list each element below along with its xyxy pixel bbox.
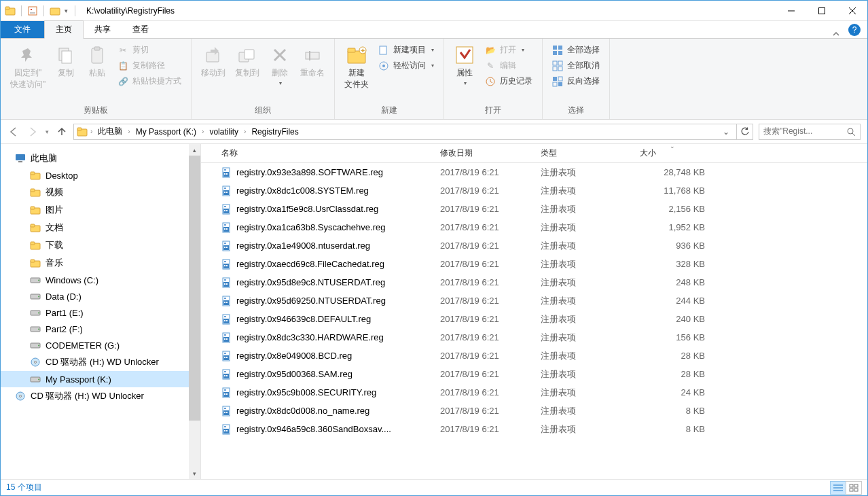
table-row[interactable]: registry.0x946a59c8.360SandBoxsav....201… — [201, 420, 867, 438]
column-date[interactable]: 修改日期 — [432, 144, 532, 162]
table-row[interactable]: registry.0x93e3a898.SOFTWARE.reg2017/8/1… — [201, 163, 867, 181]
chevron-right-icon[interactable]: › — [126, 128, 131, 135]
minimize-button[interactable] — [776, 1, 806, 20]
tree-item[interactable]: 图片 — [1, 201, 200, 219]
back-button[interactable] — [7, 126, 20, 138]
table-row[interactable]: registry.0x8e049008.BCD.reg2017/8/19 6:2… — [201, 347, 867, 365]
table-row[interactable]: registry.0x95d69250.NTUSERDAT.reg2017/8/… — [201, 291, 867, 310]
breadcrumb-2[interactable]: volatility — [206, 126, 241, 138]
table-row[interactable]: registry.0x946639c8.DEFAULT.reg2017/8/19… — [201, 310, 867, 328]
paste-button[interactable]: 粘贴 — [82, 41, 112, 82]
cut-button[interactable]: ✂剪切 — [113, 43, 185, 57]
paste-shortcut-button[interactable]: 🔗粘贴快捷方式 — [113, 74, 185, 88]
maximize-button[interactable] — [806, 1, 837, 20]
tree-item[interactable]: CD 驱动器 (H:) WD Unlocker — [1, 387, 200, 405]
paste-icon — [86, 44, 108, 66]
svg-rect-14 — [245, 50, 254, 59]
table-row[interactable]: registry.0xa1ca63b8.Syscachehve.reg2017/… — [201, 218, 867, 236]
pin-button[interactable]: 固定到" 快速访问" — [6, 41, 50, 93]
large-icons-view-button[interactable] — [846, 481, 862, 495]
tab-file[interactable]: 文件 — [1, 21, 44, 38]
easy-access-button[interactable]: 轻松访问▾ — [374, 58, 438, 73]
tab-home[interactable]: 主页 — [44, 20, 84, 39]
tree-item[interactable]: CD 驱动器 (H:) WD Unlocker — [1, 353, 200, 371]
move-to-button[interactable]: 移动到 — [197, 41, 230, 82]
tree-item[interactable]: 下载 — [1, 236, 200, 254]
forward-button[interactable] — [26, 126, 39, 138]
svg-rect-31 — [558, 51, 562, 55]
tree-item[interactable]: My Passport (K:) — [1, 371, 200, 387]
rename-button[interactable]: 重命名 — [296, 41, 329, 82]
column-type[interactable]: 类型 — [532, 144, 632, 162]
delete-button[interactable]: 删除▾ — [265, 41, 295, 89]
svg-rect-121 — [224, 334, 226, 336]
address-bar[interactable]: › 此电脑 › My Passport (K:) › volatility › … — [73, 124, 737, 140]
search-input[interactable]: 搜索"Regist... — [759, 124, 861, 140]
chevron-right-icon[interactable]: › — [242, 128, 247, 135]
tree-item[interactable]: Part2 (F:) — [1, 321, 200, 337]
qat-dropdown-icon[interactable]: ▾ — [63, 7, 69, 14]
chevron-right-icon[interactable]: › — [200, 128, 205, 135]
close-button[interactable] — [837, 1, 867, 20]
copy-button[interactable]: 复制 — [51, 41, 81, 82]
collapse-ribbon-icon[interactable] — [827, 30, 846, 38]
copy-path-button[interactable]: 📋复制路径 — [113, 58, 185, 73]
address-dropdown-icon[interactable]: ⌄ — [719, 127, 734, 137]
table-row[interactable]: registry.0xaecd69c8.FileCachedat.reg2017… — [201, 255, 867, 273]
scroll-down-icon[interactable]: ▾ — [189, 467, 200, 479]
svg-rect-132 — [224, 375, 225, 376]
tree-item[interactable]: CODEMETER (G:) — [1, 337, 200, 353]
table-row[interactable]: registry.0x8dc1c008.SYSTEM.reg2017/8/19 … — [201, 181, 867, 200]
up-button[interactable] — [56, 126, 68, 138]
tree-item[interactable]: 视频 — [1, 183, 200, 201]
cell-type: 注册表项 — [532, 166, 632, 179]
new-item-button[interactable]: 新建项目▾ — [374, 43, 438, 57]
reg-file-icon — [221, 204, 232, 215]
table-row[interactable]: registry.0x95d8e9c8.NTUSERDAT.reg2017/8/… — [201, 273, 867, 291]
select-none-button[interactable]: 全部取消 — [548, 58, 604, 73]
open-button[interactable]: 📂打开▾ — [481, 43, 537, 57]
invert-selection-button[interactable]: 反向选择 — [548, 74, 604, 88]
tree-item[interactable]: 此电脑 — [1, 149, 200, 167]
help-icon[interactable]: ? — [848, 24, 861, 36]
scroll-up-icon[interactable]: ▴ — [189, 144, 200, 156]
details-view-button[interactable] — [830, 481, 846, 495]
qat-properties-icon[interactable] — [27, 5, 38, 16]
tree-item[interactable]: Data (D:) — [1, 288, 200, 304]
vertical-scrollbar[interactable]: ▴▾ — [189, 144, 200, 479]
history-button[interactable]: 历史记录 — [481, 74, 537, 88]
recent-dropdown-icon[interactable]: ▾ — [46, 128, 49, 135]
breadcrumb-1[interactable]: My Passport (K:) — [133, 126, 199, 138]
qat-newfolder-icon[interactable] — [50, 5, 60, 16]
tree-item[interactable]: Part1 (E:) — [1, 304, 200, 321]
cell-name: registry.0x95d69250.NTUSERDAT.reg — [213, 296, 432, 306]
column-name[interactable]: 名称 — [213, 144, 432, 162]
edit-button[interactable]: ✎编辑 — [481, 58, 537, 73]
select-all-button[interactable]: 全部选择 — [548, 43, 604, 57]
breadcrumb-3[interactable]: RegistryFiles — [249, 126, 301, 138]
table-row[interactable]: registry.0xa1f5e9c8.UsrClassdat.reg2017/… — [201, 200, 867, 218]
column-size[interactable]: ⌄大小 — [632, 144, 713, 162]
group-label-organize: 组织 — [197, 103, 329, 119]
svg-rect-29 — [558, 46, 562, 50]
svg-rect-146 — [224, 426, 226, 427]
tab-share[interactable]: 共享 — [84, 21, 122, 38]
table-row[interactable]: registry.0x95d00368.SAM.reg2017/8/19 6:2… — [201, 365, 867, 383]
svg-rect-138 — [226, 393, 228, 395]
tab-view[interactable]: 查看 — [122, 21, 160, 38]
chevron-right-icon[interactable]: › — [89, 128, 94, 135]
table-row[interactable]: registry.0xa1e49008.ntuserdat.reg2017/8/… — [201, 236, 867, 255]
refresh-button[interactable] — [737, 124, 753, 140]
scroll-thumb[interactable] — [189, 156, 200, 421]
table-row[interactable]: registry.0x8dc3c330.HARDWARE.reg2017/8/1… — [201, 328, 867, 347]
table-row[interactable]: registry.0x8dc0d008.no_name.reg2017/8/19… — [201, 402, 867, 420]
tree-item[interactable]: Windows (C:) — [1, 272, 200, 288]
table-row[interactable]: registry.0x95c9b008.SECURITY.reg2017/8/1… — [201, 383, 867, 402]
new-folder-button[interactable]: ✦ 新建 文件夹 — [340, 41, 373, 93]
tree-item[interactable]: 音乐 — [1, 254, 200, 272]
properties-button[interactable]: 属性▾ — [450, 41, 480, 89]
tree-item[interactable]: Desktop — [1, 167, 200, 183]
tree-item[interactable]: 文档 — [1, 219, 200, 236]
breadcrumb-0[interactable]: 此电脑 — [95, 124, 125, 139]
copy-to-button[interactable]: 复制到 — [231, 41, 264, 82]
